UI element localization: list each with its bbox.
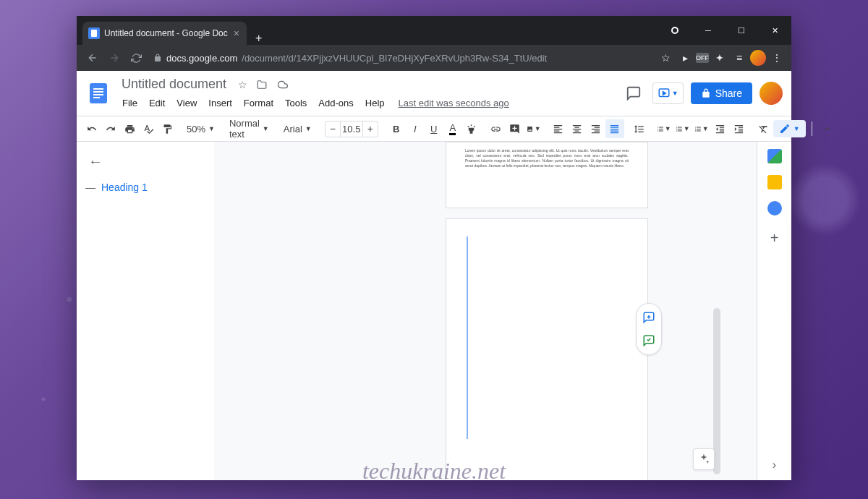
paint-format-button[interactable] — [158, 119, 176, 138]
collapse-toolbar-button[interactable] — [818, 119, 837, 138]
align-right-button[interactable] — [587, 119, 605, 138]
chevron-down-icon: ▼ — [672, 90, 678, 97]
styles-select[interactable]: Normal text▼ — [225, 119, 273, 138]
new-tab-button[interactable]: + — [247, 32, 271, 45]
browser-titlebar: Untitled document - Google Doc × + ─ ☐ ✕ — [77, 16, 791, 45]
outline-collapse-icon: — — [85, 182, 95, 193]
insert-comment-button[interactable] — [506, 119, 524, 138]
header-actions: ▼ Share — [622, 82, 783, 105]
record-icon[interactable] — [658, 16, 692, 45]
account-avatar[interactable] — [760, 82, 783, 105]
url-host: docs.google.com — [166, 53, 237, 64]
indent-decrease-button[interactable] — [711, 119, 730, 138]
menu-help[interactable]: Help — [360, 95, 390, 111]
url-path: /document/d/14XPjjxzVHUUCpl_Bl7eDHjXyFeX… — [242, 53, 547, 64]
star-document-icon[interactable]: ☆ — [237, 77, 249, 92]
menu-format[interactable]: Format — [239, 95, 278, 111]
move-document-icon[interactable] — [255, 78, 269, 91]
ext-off-icon[interactable]: OFF — [696, 53, 709, 63]
minimize-button[interactable]: ─ — [692, 16, 725, 45]
browser-tab[interactable]: Untitled document - Google Doc × — [82, 22, 247, 45]
star-icon[interactable]: ☆ — [657, 49, 674, 67]
address-bar: docs.google.com/document/d/14XPjjxzVHUUC… — [77, 45, 791, 71]
notify-icon[interactable]: ≡ — [731, 49, 748, 67]
cloud-status-icon[interactable] — [275, 78, 291, 91]
font-size-increase[interactable]: + — [363, 123, 378, 135]
highlight-button[interactable] — [462, 119, 481, 138]
underline-button[interactable]: U — [425, 119, 443, 138]
font-size-value[interactable]: 10.5 — [340, 121, 363, 137]
tag-icon[interactable]: ▸ — [676, 49, 694, 67]
calendar-icon[interactable] — [767, 149, 782, 163]
add-comment-icon[interactable] — [639, 308, 658, 327]
last-edit-link[interactable]: Last edit was seconds ago — [399, 98, 509, 108]
comment-bubble — [636, 303, 662, 355]
present-button[interactable]: ▼ — [652, 82, 684, 104]
browser-menu-icon[interactable]: ⋮ — [768, 49, 786, 67]
document-page-1[interactable]: Lorem ipsum dolor sit amet, consectetur … — [446, 142, 648, 208]
side-panel-collapse-icon[interactable]: › — [773, 459, 776, 472]
add-addon-icon[interactable]: + — [770, 230, 779, 247]
menu-tools[interactable]: Tools — [280, 95, 312, 111]
close-window-button[interactable]: ✕ — [758, 16, 791, 45]
svg-rect-2 — [93, 91, 103, 93]
clear-formatting-button[interactable] — [754, 119, 773, 138]
bullet-list-button[interactable]: ▼ — [673, 119, 692, 138]
document-canvas[interactable]: Lorem ipsum dolor sit amet, consectetur … — [214, 142, 757, 480]
url-input[interactable]: docs.google.com/document/d/14XPjjxzVHUUC… — [153, 53, 650, 64]
outline-back-button[interactable]: ← — [85, 150, 106, 173]
italic-button[interactable]: I — [406, 119, 425, 138]
editing-mode-button[interactable]: ▼ — [773, 120, 806, 137]
outline-heading-item[interactable]: — Heading 1 — [85, 179, 205, 196]
insert-image-button[interactable]: ▼ — [524, 119, 543, 138]
zoom-select[interactable]: 50%▼ — [182, 119, 219, 138]
share-button[interactable]: Share — [691, 82, 752, 104]
browser-avatar[interactable] — [750, 50, 766, 66]
reload-button[interactable] — [126, 48, 146, 68]
extension-icons: ☆ ▸ OFF ✦ ≡ ⋮ — [657, 49, 786, 67]
docs-logo[interactable] — [85, 80, 111, 106]
align-justify-button[interactable] — [605, 119, 624, 138]
close-tab-icon[interactable]: × — [232, 27, 241, 39]
menu-view[interactable]: View — [171, 95, 202, 111]
menu-edit[interactable]: Edit — [144, 95, 170, 111]
spellcheck-button[interactable] — [139, 119, 158, 138]
side-panel: + › — [757, 142, 791, 480]
indent-increase-button[interactable] — [730, 119, 749, 138]
font-select[interactable]: Arial▼ — [279, 119, 316, 138]
checklist-button[interactable]: ▼ — [655, 119, 673, 138]
forward-button[interactable] — [104, 48, 124, 68]
font-size-stepper: − 10.5 + — [325, 121, 378, 137]
insert-link-button[interactable] — [487, 119, 506, 138]
bold-button[interactable]: B — [387, 119, 406, 138]
toolbar: 50%▼ Normal text▼ Arial▼ − 10.5 + B I U … — [77, 116, 791, 142]
align-center-button[interactable] — [568, 119, 587, 138]
font-size-decrease[interactable]: − — [326, 123, 340, 135]
tasks-icon[interactable] — [767, 201, 782, 216]
text-color-button[interactable]: A — [443, 119, 462, 138]
document-page-2[interactable] — [446, 218, 648, 480]
undo-button[interactable] — [82, 119, 101, 138]
menu-addons[interactable]: Add-ons — [313, 95, 358, 111]
explore-button[interactable] — [693, 448, 715, 470]
redo-button[interactable] — [101, 119, 120, 138]
outline-heading-label: Heading 1 — [101, 182, 148, 193]
comments-history-icon[interactable] — [622, 82, 645, 105]
document-title[interactable]: Untitled document — [117, 75, 231, 93]
suggest-edit-icon[interactable] — [639, 331, 658, 350]
text-cursor — [467, 236, 468, 439]
outline-panel: ← — Heading 1 — [77, 142, 214, 480]
line-spacing-button[interactable] — [630, 119, 649, 138]
keep-icon[interactable] — [767, 175, 782, 189]
print-button[interactable] — [120, 119, 139, 138]
align-left-button[interactable] — [549, 119, 568, 138]
maximize-button[interactable]: ☐ — [725, 16, 758, 45]
menu-insert[interactable]: Insert — [203, 95, 237, 111]
back-button[interactable] — [82, 48, 103, 68]
numbered-list-button[interactable]: ▼ — [692, 119, 711, 138]
tab-title: Untitled document - Google Doc — [104, 28, 228, 38]
puzzle-icon[interactable]: ✦ — [711, 49, 728, 67]
menu-file[interactable]: File — [117, 95, 142, 111]
menubar: File Edit View Insert Format Tools Add-o… — [117, 95, 616, 111]
svg-rect-1 — [93, 88, 103, 90]
